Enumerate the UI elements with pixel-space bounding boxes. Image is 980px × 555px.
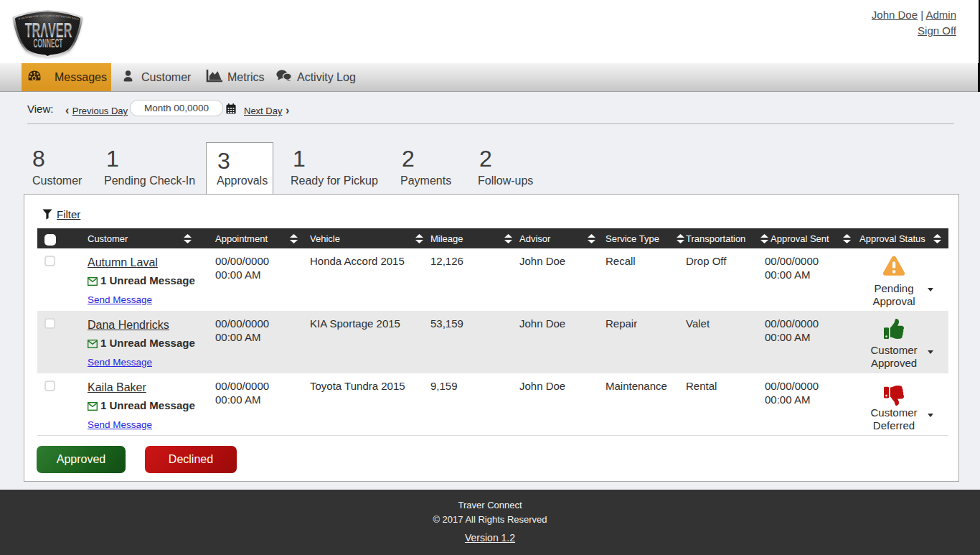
svg-text:CONNECT: CONNECT: [34, 37, 63, 50]
